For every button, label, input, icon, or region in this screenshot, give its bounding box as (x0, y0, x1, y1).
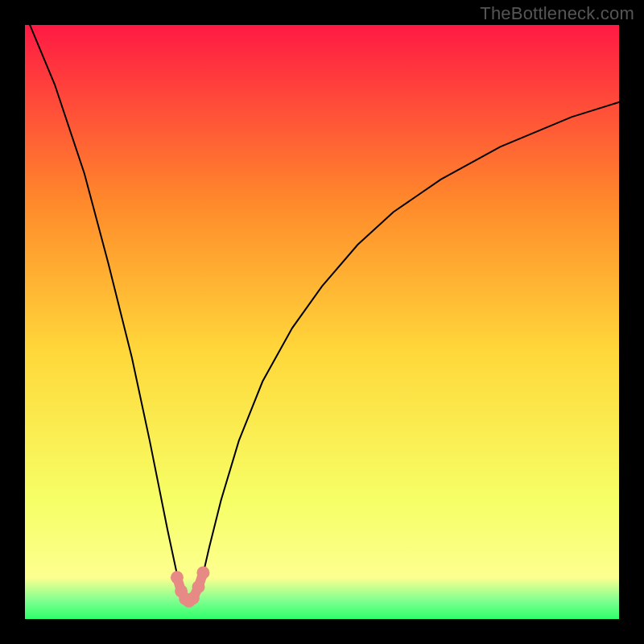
watermark-text: TheBottleneck.com (480, 3, 634, 24)
highlight-point (192, 580, 205, 593)
plot-area (25, 25, 619, 619)
highlight-point (171, 571, 184, 584)
plot-background-gradient (25, 25, 619, 619)
chart-frame: TheBottleneck.com (0, 0, 644, 644)
highlight-point (187, 592, 200, 605)
highlight-point (196, 566, 209, 579)
chart-svg (25, 25, 619, 619)
